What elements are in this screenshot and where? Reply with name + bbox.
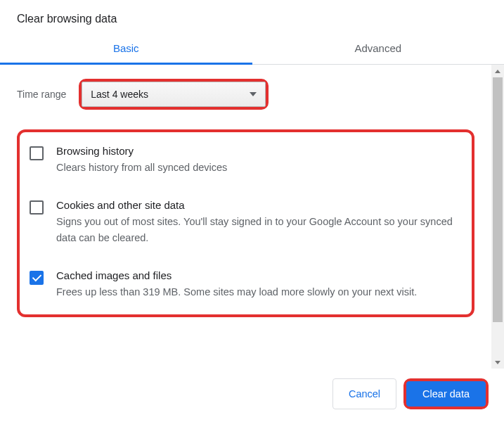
- highlight-time-range: Last 4 weeks: [79, 79, 269, 110]
- option-browsing-history: Browsing history Clears history from all…: [27, 138, 465, 192]
- content: Time range Last 4 weeks Browsing history…: [0, 65, 491, 369]
- highlight-clear-button: Clear data: [403, 378, 489, 409]
- option-text: Browsing history Clears history from all…: [56, 145, 462, 175]
- scroll-down-icon[interactable]: [491, 356, 504, 369]
- scroll-track[interactable]: [491, 77, 504, 356]
- option-desc: Clears history from all synced devices: [56, 160, 462, 175]
- clear-browsing-data-dialog: Clear browsing data Basic Advanced Time …: [0, 0, 504, 422]
- time-range-value: Last 4 weeks: [91, 89, 148, 100]
- dialog-footer: Cancel Clear data: [0, 369, 504, 422]
- scroll-up-icon[interactable]: [491, 65, 504, 77]
- time-range-row: Time range Last 4 weeks: [17, 79, 474, 110]
- option-title: Cached images and files: [56, 269, 462, 281]
- option-desc: Frees up less than 319 MB. Some sites ma…: [56, 284, 462, 300]
- scroll-thumb[interactable]: [493, 77, 503, 322]
- option-desc: Signs you out of most sites. You'll stay…: [56, 214, 462, 245]
- dialog-title: Clear browsing data: [0, 0, 504, 32]
- option-cookies: Cookies and other site data Signs you ou…: [27, 192, 465, 262]
- option-title: Cookies and other site data: [56, 199, 462, 211]
- option-cached: Cached images and files Frees up less th…: [27, 262, 465, 304]
- scrollbar[interactable]: [491, 65, 504, 369]
- clear-data-button[interactable]: Clear data: [406, 381, 486, 407]
- tabs: Basic Advanced: [0, 32, 504, 65]
- checkbox-cached[interactable]: [30, 271, 44, 285]
- cancel-button[interactable]: Cancel: [332, 378, 396, 409]
- time-range-select[interactable]: Last 4 weeks: [82, 82, 266, 107]
- highlight-options: Browsing history Clears history from all…: [17, 129, 474, 317]
- chevron-down-icon: [250, 92, 257, 96]
- option-text: Cookies and other site data Signs you ou…: [56, 199, 462, 245]
- option-title: Browsing history: [56, 145, 462, 157]
- checkbox-browsing-history[interactable]: [30, 146, 44, 160]
- time-range-label: Time range: [17, 89, 66, 100]
- checkbox-cookies[interactable]: [30, 200, 44, 215]
- tab-advanced[interactable]: Advanced: [252, 32, 505, 64]
- tab-basic[interactable]: Basic: [0, 32, 252, 64]
- content-wrapper: Time range Last 4 weeks Browsing history…: [0, 65, 504, 369]
- option-text: Cached images and files Frees up less th…: [56, 269, 462, 300]
